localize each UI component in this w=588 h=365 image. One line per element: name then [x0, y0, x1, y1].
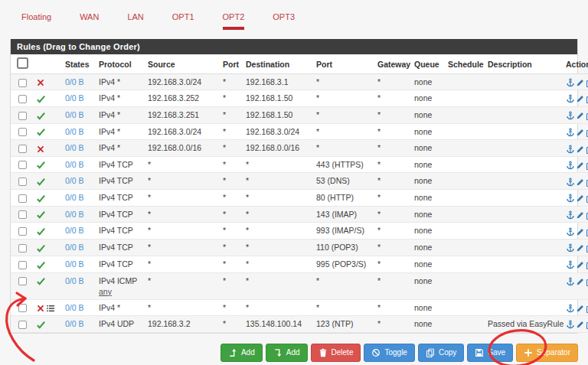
- edit-icon[interactable]: [576, 210, 585, 220]
- edit-icon[interactable]: [576, 194, 585, 203]
- edit-icon[interactable]: [576, 94, 585, 103]
- edit-icon[interactable]: [576, 227, 585, 236]
- save-button[interactable]: Save: [467, 344, 513, 362]
- edit-icon[interactable]: [576, 243, 585, 253]
- edit-icon[interactable]: [576, 145, 585, 154]
- anchor-icon[interactable]: [566, 161, 575, 170]
- gateway-cell: *: [375, 299, 412, 315]
- states-link[interactable]: 0/0 B: [65, 127, 84, 136]
- toggle-button[interactable]: Toggle: [364, 344, 414, 362]
- anchor-icon[interactable]: [566, 111, 575, 120]
- table-row[interactable]: 0/0 BIPv4 TCP***143 (IMAP)*none: [11, 206, 588, 223]
- tab-floating[interactable]: Floating: [21, 12, 51, 30]
- table-row[interactable]: 0/0 BIPv4 TCP***993 (IMAP/S)*none: [11, 223, 588, 240]
- icmp-subtype-link[interactable]: any: [99, 287, 112, 296]
- states-link[interactable]: 0/0 B: [65, 226, 84, 235]
- anchor-icon[interactable]: [566, 304, 575, 313]
- table-row[interactable]: 0/0 BIPv4 *192.168.3.252*192.168.1.50**n…: [11, 90, 588, 107]
- tab-opt2[interactable]: OPT2: [223, 12, 245, 30]
- row-checkbox[interactable]: [18, 79, 27, 87]
- row-checkbox[interactable]: [18, 112, 27, 120]
- edit-icon[interactable]: [576, 161, 585, 170]
- table-row[interactable]: 0/0 BIPv4 *192.168.3.251*192.168.1.50**n…: [11, 106, 588, 123]
- delete-button[interactable]: Delete: [311, 344, 361, 362]
- add-button-down[interactable]: Add: [266, 344, 308, 362]
- anchor-icon[interactable]: [566, 78, 575, 87]
- anchor-icon[interactable]: [566, 260, 575, 269]
- states-link[interactable]: 0/0 B: [65, 176, 84, 185]
- anchor-icon[interactable]: [566, 210, 575, 220]
- anchor-icon[interactable]: [566, 128, 575, 137]
- add-button[interactable]: Add: [220, 344, 263, 362]
- states-link[interactable]: 0/0 B: [65, 303, 84, 312]
- anchor-icon[interactable]: [566, 94, 575, 103]
- edit-icon[interactable]: [576, 128, 585, 137]
- anchor-icon[interactable]: [566, 194, 575, 203]
- row-checkbox[interactable]: [18, 178, 27, 186]
- anchor-icon[interactable]: [566, 178, 575, 187]
- states-link[interactable]: 0/0 B: [65, 110, 84, 119]
- table-row[interactable]: 0/0 BIPv4 ICMPany*****none: [11, 272, 588, 299]
- row-checkbox[interactable]: [18, 261, 27, 269]
- edit-icon[interactable]: [576, 78, 585, 87]
- table-row[interactable]: 0/0 BIPv4 *192.168.3.0/24*192.168.3.1**n…: [11, 74, 588, 90]
- row-checkbox[interactable]: [18, 161, 27, 169]
- row-checkbox[interactable]: [18, 210, 27, 219]
- states-link[interactable]: 0/0 B: [65, 193, 84, 202]
- anchor-icon[interactable]: [566, 145, 575, 154]
- tab-opt3[interactable]: OPT3: [273, 12, 295, 30]
- row-checkbox[interactable]: [18, 145, 27, 153]
- states-link[interactable]: 0/0 B: [65, 276, 84, 285]
- edit-icon[interactable]: [576, 260, 585, 269]
- anchor-icon[interactable]: [566, 320, 575, 329]
- select-all-checkbox[interactable]: [17, 57, 28, 69]
- states-link[interactable]: 0/0 B: [65, 77, 84, 86]
- gateway-cell: *: [375, 140, 412, 156]
- states-link[interactable]: 0/0 B: [65, 143, 84, 152]
- states-link[interactable]: 0/0 B: [65, 93, 84, 103]
- table-row[interactable]: 0/0 BIPv4 TCP***443 (HTTPS)*none: [11, 156, 588, 173]
- table-row[interactable]: 0/0 BIPv4 *192.168.0.0/16*192.168.0.0/16…: [11, 140, 588, 156]
- anchor-icon[interactable]: [566, 243, 575, 253]
- row-checkbox[interactable]: [18, 194, 27, 203]
- states-link[interactable]: 0/0 B: [65, 259, 84, 269]
- block-x-icon: [36, 304, 45, 313]
- tab-wan[interactable]: WAN: [80, 12, 99, 30]
- tab-opt1[interactable]: OPT1: [172, 12, 194, 30]
- row-checkbox[interactable]: [18, 95, 27, 103]
- table-row[interactable]: 0/0 BIPv4 ******none: [11, 299, 588, 315]
- row-checkbox[interactable]: [18, 244, 27, 253]
- separator-button[interactable]: Separator: [516, 344, 578, 362]
- table-row[interactable]: 0/0 BIPv4 TCP***80 (HTTP)*none: [11, 190, 588, 207]
- states-link[interactable]: 0/0 B: [65, 319, 84, 328]
- table-row[interactable]: 0/0 BIPv4 *192.168.3.0/24*192.168.3.0/24…: [11, 123, 588, 140]
- copy-button[interactable]: Copy: [418, 344, 464, 362]
- row-checkbox[interactable]: [18, 128, 27, 136]
- table-row[interactable]: 0/0 BIPv4 TCP***995 (POP3/S)*none: [11, 256, 588, 272]
- queue-cell: none: [412, 123, 446, 140]
- edit-icon[interactable]: [576, 277, 585, 286]
- schedule-cell: [446, 140, 485, 156]
- states-link[interactable]: 0/0 B: [65, 160, 84, 169]
- row-checkbox[interactable]: [18, 277, 27, 285]
- check-icon: [36, 194, 46, 204]
- states-link[interactable]: 0/0 B: [65, 210, 84, 219]
- button-label: Save: [488, 348, 505, 357]
- rule-status: [34, 272, 63, 299]
- actions-cell: [564, 299, 588, 315]
- column-label: States: [65, 60, 90, 69]
- row-checkbox[interactable]: [18, 321, 27, 329]
- edit-icon[interactable]: [576, 178, 585, 187]
- row-checkbox[interactable]: [18, 304, 27, 312]
- anchor-icon[interactable]: [566, 227, 575, 236]
- table-row[interactable]: 0/0 BIPv4 UDP192.168.3.2*135.148.100.141…: [11, 315, 588, 332]
- states-link[interactable]: 0/0 B: [65, 243, 84, 252]
- edit-icon[interactable]: [576, 304, 585, 313]
- table-row[interactable]: 0/0 BIPv4 TCP***53 (DNS)*none: [11, 173, 588, 190]
- table-row[interactable]: 0/0 BIPv4 TCP***110 (POP3)*none: [11, 240, 588, 256]
- anchor-icon[interactable]: [566, 277, 575, 286]
- edit-icon[interactable]: [576, 111, 585, 120]
- edit-icon[interactable]: [576, 320, 585, 329]
- tab-lan[interactable]: LAN: [127, 12, 143, 30]
- row-checkbox[interactable]: [18, 227, 27, 236]
